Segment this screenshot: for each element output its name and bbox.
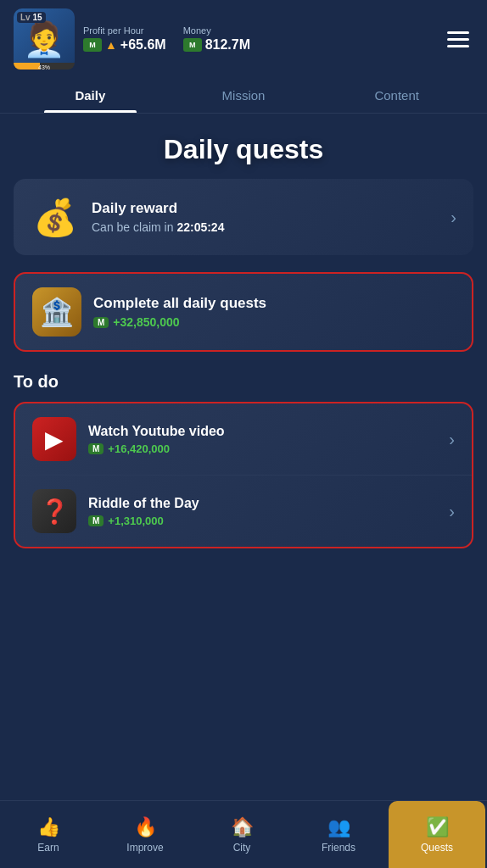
profit-amount: +65.6M	[120, 37, 166, 53]
quest-info: Complete all daily quests M +32,850,000	[93, 295, 455, 329]
reward-subtitle: Can be claim in 22:05:24	[92, 220, 439, 234]
money-label: Money	[183, 25, 250, 36]
reward-icon: 💰	[31, 192, 80, 242]
todo-riddle-title: Riddle of the Day	[88, 496, 437, 511]
xp-bar-container: 43%	[14, 63, 75, 70]
avatar-container: 🧑‍💼 Lv 15 43%	[14, 8, 75, 70]
todo-riddle-info: Riddle of the Day M +1,310,000	[88, 496, 437, 527]
menu-button[interactable]	[443, 27, 473, 52]
improve-icon: 🔥	[134, 816, 157, 838]
todo-item-riddle[interactable]: ❓ Riddle of the Day M +1,310,000 ›	[15, 475, 472, 547]
money-icon	[183, 38, 202, 52]
nav-improve[interactable]: 🔥 Improve	[97, 801, 193, 868]
quest-money-badge: M	[93, 317, 109, 328]
youtube-icon: ▶	[32, 417, 76, 461]
main-content: Daily quests 💰 Daily reward Can be claim…	[0, 114, 487, 642]
bottom-nav: 👍 Earn 🔥 Improve 🏠 City 👥 Friends ✅ Ques…	[0, 800, 487, 868]
riddle-money-badge: M	[88, 515, 104, 526]
riddle-chevron-icon: ›	[449, 502, 455, 521]
riddle-icon: ❓	[32, 489, 76, 533]
nav-friends[interactable]: 👥 Friends	[290, 801, 387, 868]
level-badge: Lv 15	[17, 12, 46, 23]
profit-value: ▲ +65.6M	[83, 37, 166, 53]
nav-improve-label: Improve	[126, 842, 163, 854]
nav-earn-label: Earn	[37, 842, 59, 854]
todo-youtube-info: Watch Youtube video M +16,420,000	[88, 424, 437, 455]
profit-label: Profit per Hour	[83, 25, 166, 36]
quest-reward-value: +32,850,000	[113, 315, 179, 329]
tab-mission[interactable]: Mission	[167, 78, 321, 113]
todo-riddle-reward: M +1,310,000	[88, 515, 437, 527]
nav-quests-label: Quests	[421, 842, 453, 854]
chevron-right-icon: ›	[451, 208, 456, 227]
city-icon: 🏠	[231, 816, 254, 838]
safe-icon: 🏦	[32, 287, 81, 337]
reward-info: Daily reward Can be claim in 22:05:24	[92, 200, 439, 234]
tab-daily[interactable]: Daily	[14, 78, 167, 113]
todo-card: ▶ Watch Youtube video M +16,420,000 › ❓ …	[14, 402, 473, 548]
money-value: 812.7M	[183, 37, 250, 53]
money-stat: Money 812.7M	[183, 25, 250, 53]
earn-icon: 👍	[37, 816, 60, 838]
riddle-reward-value: +1,310,000	[108, 515, 163, 527]
quests-icon: ✅	[426, 816, 449, 838]
profit-stat: Profit per Hour ▲ +65.6M	[83, 25, 166, 53]
nav-friends-label: Friends	[322, 842, 355, 854]
youtube-money-badge: M	[88, 443, 104, 454]
youtube-reward-value: +16,420,000	[108, 442, 170, 455]
reward-title: Daily reward	[92, 200, 439, 217]
money-amount: 812.7M	[205, 37, 250, 53]
xp-label: 43%	[38, 64, 50, 70]
todo-youtube-reward: M +16,420,000	[88, 442, 437, 455]
reward-timer: 22:05:24	[176, 220, 224, 234]
daily-reward-card[interactable]: 💰 Daily reward Can be claim in 22:05:24 …	[14, 179, 473, 255]
tab-bar: Daily Mission Content	[0, 78, 487, 114]
page-title: Daily quests	[14, 114, 473, 179]
complete-all-card[interactable]: 🏦 Complete all daily quests M +32,850,00…	[14, 272, 473, 352]
xp-bar	[14, 63, 40, 70]
todo-item-youtube[interactable]: ▶ Watch Youtube video M +16,420,000 ›	[15, 403, 472, 475]
friends-icon: 👥	[327, 816, 350, 838]
quest-title: Complete all daily quests	[93, 295, 455, 312]
quest-reward: M +32,850,000	[93, 315, 455, 329]
profit-money-icon	[83, 38, 102, 52]
todo-section-title: To do	[14, 372, 473, 392]
header-stats: Profit per Hour ▲ +65.6M Money 812.7M	[83, 25, 434, 53]
todo-youtube-title: Watch Youtube video	[88, 424, 437, 439]
money-bag-icon: 💰	[33, 197, 77, 238]
nav-quests[interactable]: ✅ Quests	[389, 801, 485, 868]
app-header: 🧑‍💼 Lv 15 43% Profit per Hour ▲ +65.6M M…	[0, 0, 487, 78]
nav-city[interactable]: 🏠 City	[193, 801, 290, 868]
youtube-chevron-icon: ›	[449, 430, 455, 449]
tab-content[interactable]: Content	[320, 78, 473, 113]
nav-earn[interactable]: 👍 Earn	[0, 801, 97, 868]
stat-row: Profit per Hour ▲ +65.6M Money 812.7M	[83, 25, 434, 53]
nav-city-label: City	[233, 842, 251, 854]
